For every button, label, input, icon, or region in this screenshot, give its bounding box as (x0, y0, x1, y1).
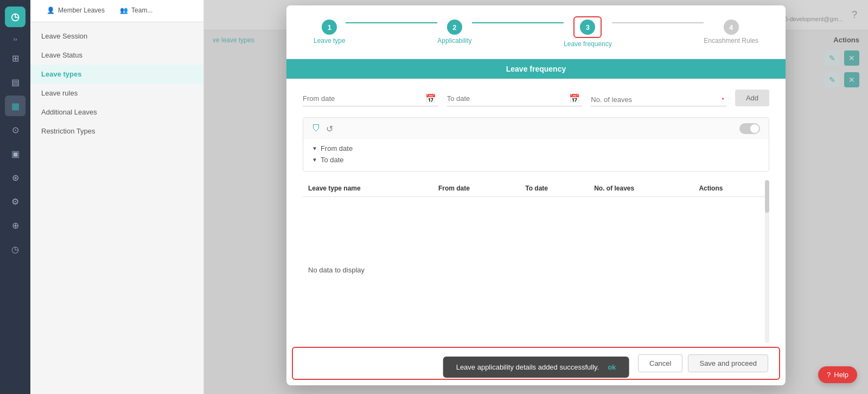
filter-header: ⛉ ↺ (303, 118, 769, 139)
sidebar-icon-clock[interactable]: ◷ (5, 239, 25, 259)
filter-items: ▼ From date ▼ To date (303, 139, 769, 171)
chevron-to-date-icon: ▼ (312, 157, 317, 163)
help-fab-icon: ? (827, 371, 831, 379)
from-date-calendar-icon[interactable]: 📅 (425, 93, 436, 104)
from-date-input[interactable] (303, 94, 422, 103)
filter-area: ⛉ ↺ ▼ From date ▼ To date (303, 117, 769, 171)
step-circle-3: 3 (580, 20, 595, 35)
left-sidebar: ◷ ›› ⊞ ▤ ▦ ⊙ ▣ ⊛ ⚙ ⊕ ◷ (0, 0, 30, 394)
main-area: 👤 Member Leaves 👥 Team... Leave Session … (30, 0, 868, 394)
step-1: 1 Leave type (314, 20, 346, 45)
step-label-1: Leave type (314, 37, 346, 45)
content-area: ⚙ 🔍 + 👤 Btrak btrak670-development@gm...… (204, 0, 868, 394)
filter-toggle[interactable] (739, 123, 760, 134)
col-leave-type-name: Leave type name (303, 180, 433, 197)
sidebar-icon-user[interactable]: ⊙ (5, 119, 25, 140)
step-2: 2 Applicability (437, 20, 471, 45)
form-row: 📅 📅 * Add (303, 90, 769, 106)
from-date-field[interactable]: 📅 (303, 91, 438, 106)
stepper: 1 Leave type 2 Applicability (286, 5, 786, 59)
chevron-from-date-icon: ▼ (312, 145, 317, 151)
team-icon: 👥 (120, 7, 128, 14)
step-circle-4: 4 (724, 20, 739, 35)
modal-body: 📅 📅 * Add (286, 79, 786, 345)
toast-ok-button[interactable]: ok (608, 363, 616, 371)
modal: 1 Leave type 2 Applicability (286, 5, 786, 385)
nav-item-restriction-types[interactable]: Restriction Types (30, 122, 203, 141)
modal-backdrop: 1 Leave type 2 Applicability (204, 0, 868, 394)
col-to-date: To date (520, 180, 589, 197)
table-container: Leave type name From date To date No. of… (303, 180, 769, 343)
nav-item-leave-types[interactable]: Leave types (30, 65, 203, 84)
sidebar-icon-calendar[interactable]: ▦ (5, 96, 25, 116)
step-label-3: Leave frequency (564, 40, 612, 48)
nav-item-leave-rules[interactable]: Leave rules (30, 84, 203, 103)
sidebar-icon-briefcase[interactable]: ▣ (5, 143, 25, 164)
table-header-row: Leave type name From date To date No. of… (303, 180, 765, 197)
sidebar-icon-tv[interactable]: ▤ (5, 72, 25, 92)
to-date-calendar-icon[interactable]: 📅 (569, 93, 580, 104)
save-proceed-button[interactable]: Save and proceed (688, 354, 768, 372)
no-leaves-field[interactable]: * (591, 93, 726, 106)
step-line-1 (346, 22, 437, 23)
step-circle-2: 2 (447, 20, 462, 35)
filter-item-from-date: ▼ From date (312, 143, 760, 154)
sidebar-icon-settings[interactable]: ⚙ (5, 191, 25, 212)
step-line-3 (612, 22, 704, 23)
data-table: Leave type name From date To date No. of… (303, 180, 765, 343)
toast-notification: Leave applicability details added succes… (443, 357, 629, 378)
member-icon: 👤 (47, 7, 55, 14)
toast-message: Leave applicability details added succes… (456, 363, 599, 371)
nav-sidebar: 👤 Member Leaves 👥 Team... Leave Session … (30, 0, 204, 394)
help-fab-label: Help (834, 371, 848, 379)
app-logo[interactable]: ◷ (5, 7, 25, 27)
sidebar-expand[interactable]: ›› (13, 36, 17, 42)
help-fab-button[interactable]: ? Help (818, 366, 857, 383)
no-data-text: No data to display (303, 197, 765, 344)
nav-items: Leave Session Leave Status Leave types L… (30, 22, 203, 145)
no-data-row: No data to display (303, 197, 765, 344)
filter-icon[interactable]: ⛉ (312, 124, 321, 134)
form-add-button[interactable]: Add (735, 90, 769, 106)
step-line-2 (472, 22, 564, 23)
scrollbar-track[interactable] (765, 180, 769, 343)
nav-item-leave-status[interactable]: Leave Status (30, 46, 203, 65)
sidebar-icon-admin[interactable]: ⊕ (5, 215, 25, 236)
step-3: 3 Leave frequency (564, 16, 612, 48)
step-3-box: 3 (573, 16, 602, 38)
tab-member-leaves[interactable]: 👤 Member Leaves (39, 0, 112, 22)
col-actions: Actions (693, 180, 765, 197)
tab-team[interactable]: 👥 Team... (112, 0, 160, 22)
step-label-4: Encashment Rules (704, 37, 758, 45)
to-date-input[interactable] (447, 94, 566, 103)
to-date-field[interactable]: 📅 (447, 91, 583, 106)
step-label-2: Applicability (437, 37, 471, 45)
sidebar-icon-group[interactable]: ⊛ (5, 167, 25, 188)
stepper-inner: 1 Leave type 2 Applicability (303, 16, 769, 48)
step-4: 4 Encashment Rules (704, 20, 758, 45)
filter-item-to-date: ▼ To date (312, 154, 760, 166)
scrollbar-thumb[interactable] (765, 180, 769, 213)
col-from-date: From date (433, 180, 520, 197)
nav-item-additional-leaves[interactable]: Additional Leaves (30, 103, 203, 122)
sidebar-icon-dashboard[interactable]: ⊞ (5, 48, 25, 68)
modal-header-bar: Leave frequency (286, 59, 786, 79)
nav-tabs: 👤 Member Leaves 👥 Team... (30, 0, 203, 22)
table-header: Leave type name From date To date No. of… (303, 180, 765, 197)
step-circle-1: 1 (322, 20, 337, 35)
required-star: * (722, 97, 724, 103)
no-leaves-input[interactable] (591, 96, 718, 104)
col-no-leaves: No. of leaves (589, 180, 693, 197)
filter-reset-icon[interactable]: ↺ (326, 124, 333, 134)
nav-item-leave-session[interactable]: Leave Session (30, 27, 203, 46)
table-body: No data to display (303, 197, 765, 344)
cancel-button[interactable]: Cancel (638, 354, 682, 372)
